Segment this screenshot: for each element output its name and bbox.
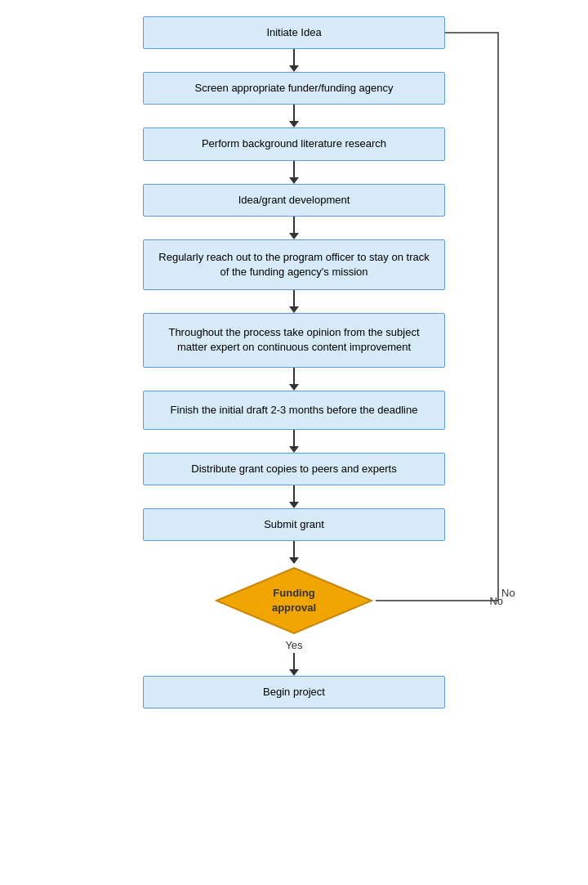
arrow-9 xyxy=(289,541,299,564)
arrow-yes xyxy=(289,653,299,676)
step-throughout: Throughout the process take opinion from… xyxy=(143,313,445,367)
svg-text:approval: approval xyxy=(272,601,316,614)
arrow-4 xyxy=(289,217,299,239)
svg-marker-0 xyxy=(216,568,372,633)
yes-section: Yes xyxy=(285,639,302,676)
funding-approval-diamond: Funding approval xyxy=(212,564,376,637)
arrow-5 xyxy=(289,290,299,313)
step-submit: Submit grant xyxy=(143,508,445,541)
step-idea-grant: Idea/grant development xyxy=(143,184,445,217)
flowchart: Initiate Idea Screen appropriate funder/… xyxy=(0,16,588,869)
svg-text:Funding: Funding xyxy=(273,587,314,599)
arrow-3 xyxy=(289,161,299,184)
step-distribute: Distribute grant copies to peers and exp… xyxy=(143,453,445,485)
no-label: No xyxy=(489,595,503,607)
arrow-7 xyxy=(289,430,299,453)
step-background: Perform background literature research xyxy=(143,127,445,160)
arrow-1 xyxy=(289,49,299,72)
step-screen: Screen appropriate funder/funding agency xyxy=(143,72,445,105)
arrow-6 xyxy=(289,368,299,391)
step-begin-project: Begin project xyxy=(143,676,445,708)
diamond-section: Funding approval No xyxy=(0,564,588,637)
step-reach-out: Regularly reach out to the program offic… xyxy=(143,239,445,290)
arrow-2 xyxy=(289,105,299,127)
step-finish-draft: Finish the initial draft 2-3 months befo… xyxy=(143,391,445,430)
step-initiate: Initiate Idea xyxy=(143,16,445,49)
yes-label: Yes xyxy=(285,639,302,651)
arrow-8 xyxy=(289,485,299,508)
